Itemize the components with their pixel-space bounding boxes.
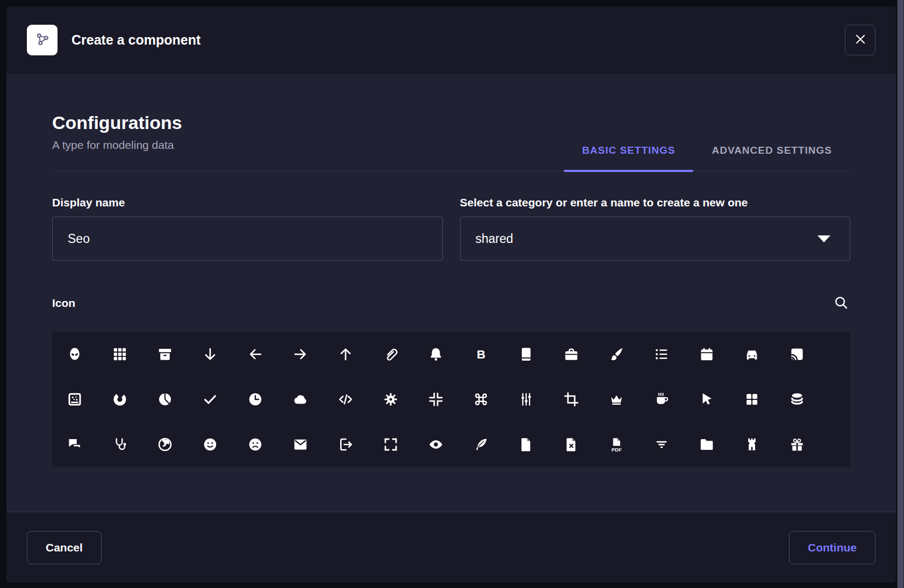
fields-row: Display name Select a category or enter … [52,196,850,261]
icon-option-apps[interactable] [97,332,142,377]
icon-option-car[interactable] [729,332,774,377]
scrollbar-thumb[interactable] [898,0,903,588]
earth-icon [157,436,173,453]
archive-icon [157,346,173,362]
icon-option-arrow-right[interactable] [278,332,323,377]
icon-option-sliders[interactable] [504,377,549,422]
icon-option-folder[interactable] [684,422,729,467]
page-title: Configurations [52,112,182,133]
close-button[interactable] [845,25,876,55]
file-pdf-icon: PDF [608,436,625,453]
exit-icon [338,436,354,453]
icon-grid: BPDF [52,332,850,467]
icon-option-arrow-up[interactable] [323,332,368,377]
cancel-button[interactable]: Cancel [27,531,102,564]
chart-bubble-icon [67,391,83,407]
icon-option-dashboard[interactable] [729,377,774,422]
calendar-icon [699,346,715,362]
icon-option-brush[interactable] [594,332,639,377]
cup-icon [654,391,670,407]
icon-option-briefcase[interactable] [549,332,594,377]
icon-option-earth[interactable] [142,422,188,467]
icon-option-emotion-happy[interactable] [188,422,233,467]
close-icon [853,32,867,48]
discuss-icon [67,436,83,453]
icon-option-calendar[interactable] [684,332,729,377]
tab-basic-settings[interactable]: BASIC SETTINGS [564,145,693,171]
gift-icon [789,436,805,453]
icon-option-chart-bubble[interactable] [52,377,97,422]
bullet-list-icon [654,346,670,362]
gate-icon [744,436,760,453]
file-error-icon [563,436,579,453]
category-field: Select a category or enter a name to cre… [460,196,851,261]
continue-button[interactable]: Continue [789,531,876,564]
tab-advanced-settings[interactable]: ADVANCED SETTINGS [693,145,850,171]
icon-option-expand[interactable] [368,422,413,467]
icon-option-file-pdf[interactable]: PDF [594,422,639,467]
icon-option-collapse[interactable] [413,377,458,422]
icon-option-emotion-unhappy[interactable] [233,422,278,467]
page-scrollbar[interactable] [897,0,904,588]
icon-option-eye[interactable] [413,422,458,467]
category-label: Select a category or enter a name to cre… [460,196,851,209]
icon-option-chart-pie[interactable] [142,377,188,422]
icon-option-arrow-down[interactable] [188,332,233,377]
icon-option-file-error[interactable] [549,422,594,467]
icon-option-exit[interactable] [323,422,368,467]
car-icon [744,346,760,362]
icon-option-cursor[interactable] [684,377,729,422]
crop-icon [563,391,579,407]
alien-icon [67,346,83,362]
icon-option-filter[interactable] [639,422,684,467]
cloud-icon [292,391,308,407]
modal-body: Configurations A type for modeling data … [6,74,896,512]
cursor-icon [699,391,715,407]
icon-option-gift[interactable] [774,422,820,467]
category-select[interactable]: shared [460,217,851,261]
icon-option-arrow-left[interactable] [233,332,278,377]
doctor-icon [112,436,128,453]
icon-option-alien[interactable] [52,332,97,377]
icon-option-crown[interactable] [594,377,639,422]
icon-option-archive[interactable] [142,332,188,377]
icon-option-envelope[interactable] [278,422,323,467]
bell-icon [428,346,444,362]
icon-option-database[interactable] [774,377,820,422]
clock-icon [247,391,263,407]
emotion-unhappy-icon [247,436,263,453]
icon-option-attachment[interactable] [368,332,413,377]
icon-option-cog[interactable] [368,377,413,422]
collapse-icon [428,391,444,407]
icon-option-bold[interactable]: B [458,332,504,377]
sliders-icon [518,391,534,407]
arrow-down-icon [202,346,218,362]
section-titles: Configurations A type for modeling data [52,112,182,171]
display-name-input[interactable] [52,217,443,261]
icon-option-doctor[interactable] [97,422,142,467]
icon-option-gate[interactable] [729,422,774,467]
icon-option-file[interactable] [504,422,549,467]
icon-option-check[interactable] [188,377,233,422]
settings-tabs: BASIC SETTINGS ADVANCED SETTINGS [564,145,850,171]
icon-option-book[interactable] [504,332,549,377]
icon-option-discuss[interactable] [52,422,97,467]
create-component-modal: Create a component Configurations A type… [6,6,896,583]
icon-option-clock[interactable] [233,377,278,422]
icon-search-button[interactable] [832,294,850,312]
category-select-value: shared [476,232,513,246]
icon-option-chart-circle[interactable] [97,377,142,422]
icon-option-code[interactable] [323,377,368,422]
icon-option-cup[interactable] [639,377,684,422]
code-icon [338,391,354,407]
icon-option-crop[interactable] [549,377,594,422]
icon-option-feather[interactable] [458,422,504,467]
icon-option-bell[interactable] [413,332,458,377]
icon-option-cast[interactable] [774,332,820,377]
expand-icon [383,436,399,453]
icon-option-cloud[interactable] [278,377,323,422]
icon-option-bullet-list[interactable] [639,332,684,377]
modal-header: Create a component [6,6,896,74]
arrow-right-icon [292,346,308,362]
icon-option-command[interactable] [458,377,504,422]
